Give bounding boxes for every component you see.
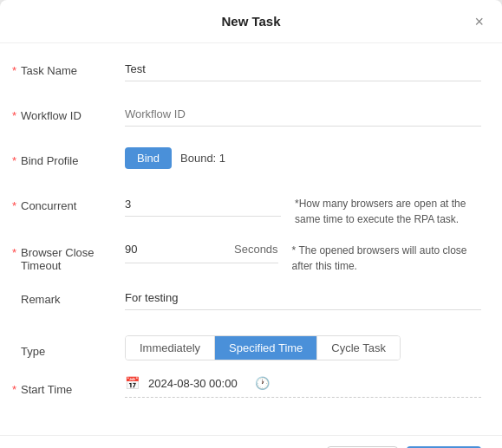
remark-label: Remark [21, 286, 125, 306]
type-row: Type Immediately Specified Time Cycle Ta… [21, 331, 481, 364]
concurrent-row: Concurrent *How many browsers are open a… [21, 192, 481, 227]
bind-status: Bound: 1 [180, 152, 225, 165]
concurrent-input[interactable] [125, 192, 281, 217]
browser-close-timeout-input[interactable] [125, 239, 229, 259]
bind-profile-label: Bind Profile [21, 147, 125, 167]
dialog-footer: Cancel Confirm [0, 435, 502, 448]
seconds-suffix: Seconds [234, 243, 278, 256]
remark-input[interactable] [125, 286, 481, 310]
start-time-row: Start Time 📅 2024-08-30 00:00 🕐 [21, 376, 481, 409]
concurrent-input-area [125, 192, 281, 217]
task-name-input[interactable] [125, 57, 481, 81]
dialog-header: New Task × [0, 0, 502, 43]
type-label: Type [21, 338, 125, 358]
remark-row: Remark [21, 286, 481, 319]
task-name-row: Task Name [21, 57, 481, 90]
workflow-id-label: Workflow ID [21, 102, 125, 122]
bind-area: Bind Bound: 1 [125, 147, 481, 169]
task-name-control [125, 57, 481, 81]
bind-button[interactable]: Bind [125, 147, 172, 169]
clock-icon: 🕐 [255, 376, 270, 390]
browser-close-timeout-row: Browser Close Timeout Seconds * The open… [21, 239, 481, 274]
close-button[interactable]: × [470, 12, 488, 31]
concurrent-label: Concurrent [21, 192, 125, 212]
browser-close-timeout-label: Browser Close Timeout [21, 239, 125, 272]
remark-control [125, 286, 481, 310]
workflow-id-control [125, 102, 481, 127]
type-specified-time-button[interactable]: Specified Time [215, 336, 317, 360]
browser-close-timeout-note: * The opened browsers will auto close af… [292, 239, 481, 274]
start-time-label: Start Time [21, 376, 125, 396]
workflow-id-input[interactable] [125, 102, 481, 127]
dialog-title: New Task [221, 14, 280, 29]
type-buttons: Immediately Specified Time Cycle Task [125, 335, 401, 360]
bind-profile-control: Bind Bound: 1 [125, 147, 481, 169]
concurrent-note: *How many browsers are open at the same … [295, 192, 481, 227]
start-time-area: 📅 2024-08-30 00:00 🕐 [125, 376, 481, 398]
new-task-dialog: New Task × Task Name Workflow ID Bind Pr… [0, 0, 502, 448]
start-time-value: 2024-08-30 00:00 [148, 377, 238, 390]
timeout-input-group: Seconds [125, 239, 278, 263]
bind-profile-row: Bind Profile Bind Bound: 1 [21, 147, 481, 180]
type-cycle-task-button[interactable]: Cycle Task [317, 336, 400, 360]
type-immediately-button[interactable]: Immediately [126, 336, 215, 360]
workflow-id-row: Workflow ID [21, 102, 481, 135]
task-name-label: Task Name [21, 57, 125, 77]
dialog-body: Task Name Workflow ID Bind Profile Bind … [0, 43, 502, 435]
browser-close-timeout-control: Seconds [125, 239, 278, 263]
calendar-icon: 📅 [125, 376, 140, 390]
